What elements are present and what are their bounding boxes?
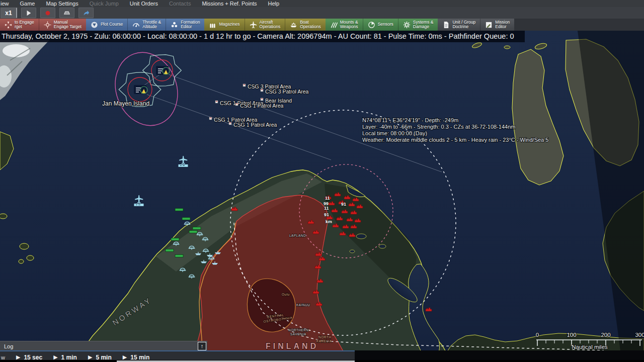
formation-icon bbox=[171, 21, 178, 29]
friendly-facility[interactable] bbox=[182, 218, 190, 220]
map-label-oulu: Oulu bbox=[282, 293, 290, 296]
menu-item-iew[interactable]: iew bbox=[0, 0, 15, 7]
map-label-savonia: SAVONIA bbox=[290, 332, 306, 336]
cursor-info-line: Weather: Moderate middle clouds 2 - 5 km… bbox=[362, 137, 548, 143]
replay-icon bbox=[63, 10, 70, 17]
toolbar-group-blue: Plot CourseThrottle &AltitudeFormationEd… bbox=[86, 19, 205, 31]
play-icon bbox=[25, 10, 32, 17]
mounts-weapons-icon bbox=[330, 21, 338, 29]
systems-damage-button[interactable]: Systems &Damage bbox=[398, 19, 438, 31]
time-bar-prefix: w bbox=[0, 354, 5, 360]
boat-operations-button[interactable]: BoatOperations bbox=[285, 19, 326, 31]
formation-editor-button[interactable]: FormationEditor bbox=[166, 19, 204, 31]
quick-toolbar: x1 bbox=[0, 7, 644, 19]
scale-unit-label: Nautical miles bbox=[572, 344, 608, 350]
unit-group-doctrine-button[interactable]: Unit / GroupDoctrine bbox=[438, 19, 480, 31]
jump-button[interactable] bbox=[78, 8, 94, 18]
toolbar-button-label: BoatOperations bbox=[300, 20, 321, 30]
sensors-button[interactable]: Sensors bbox=[363, 19, 398, 31]
reference-point-marker[interactable] bbox=[235, 103, 238, 106]
plot-course-icon bbox=[91, 21, 98, 29]
replay-button[interactable] bbox=[59, 8, 74, 18]
map-label-finland: FINLAND bbox=[266, 342, 318, 350]
menu-item-map-settings[interactable]: Map Settings bbox=[40, 0, 84, 7]
record-button[interactable] bbox=[40, 8, 55, 18]
cursor-info-line: Layer: -40m to -66m - Strength: 0.3 - CZ… bbox=[362, 124, 515, 130]
unit-count-label: 91 bbox=[324, 212, 329, 217]
to-engage-rget-button[interactable]: to Engagerget bbox=[0, 19, 39, 31]
menu-item-unit-orders[interactable]: Unit Orders bbox=[124, 0, 164, 7]
magazines-button[interactable]: Magazines bbox=[204, 19, 244, 31]
toolbar-button-label: Systems &Damage bbox=[413, 20, 434, 30]
map-label-northern: NORTHERN bbox=[288, 328, 309, 332]
friendly-facility[interactable] bbox=[193, 227, 201, 230]
jump-icon bbox=[83, 10, 90, 17]
toolbar-button-label: to Engagerget bbox=[15, 20, 34, 30]
toolbar-button-label: ManualEngage Target bbox=[54, 20, 82, 30]
unit-count-label: 11 bbox=[324, 206, 329, 211]
svg-text:CSG 3 Patrol Area: CSG 3 Patrol Area bbox=[265, 88, 309, 95]
reference-point-label: CSG 3 Patrol Area bbox=[261, 88, 309, 95]
scale-tick-label: 0 bbox=[536, 332, 539, 338]
map-label-lapland: LAPLAND bbox=[289, 234, 306, 237]
plot-course-button[interactable]: Plot Course bbox=[86, 19, 127, 31]
unit-count-label: km bbox=[326, 219, 332, 224]
record-icon bbox=[44, 10, 51, 17]
boat-ops-icon bbox=[290, 21, 297, 29]
reference-point-marker[interactable] bbox=[229, 122, 231, 125]
doctrine-icon bbox=[442, 21, 450, 29]
reference-point-marker[interactable] bbox=[261, 89, 263, 92]
status-bar: Thursday, October 2, 1975 - Zulu: 06:00:… bbox=[0, 31, 525, 42]
log-expand-button[interactable]: ↑ bbox=[198, 342, 206, 350]
toolbar-group-gray: Unit / GroupDoctrineMissionEditor bbox=[438, 19, 514, 31]
tactical-map[interactable]: 1199119191km CSG 3 Patrol AreaCSG 3 Patr… bbox=[0, 31, 644, 362]
menu-bar: iewGameMap SettingsQuick JumpUnit Orders… bbox=[0, 0, 644, 7]
mounts-weapons-button[interactable]: Mounts &Weapons bbox=[326, 19, 363, 31]
toolbar-group-olive: MagazinesAircraftOperationsBoatOperation… bbox=[204, 19, 325, 31]
manual-engage-target-button[interactable]: ManualEngage Target bbox=[39, 19, 86, 31]
friendly-facility[interactable] bbox=[166, 249, 174, 252]
reference-point-marker[interactable] bbox=[209, 117, 212, 120]
toolbar-button-label: MissionEditor bbox=[495, 20, 510, 30]
toolbar-button-label: Sensors bbox=[378, 22, 393, 27]
throttle-icon bbox=[132, 21, 140, 29]
svg-text:CSG 1 Patrol Area: CSG 1 Patrol Area bbox=[233, 122, 277, 128]
reference-point-label: CSG 1 Patrol Area bbox=[229, 122, 277, 128]
magazines-icon bbox=[209, 21, 216, 29]
reference-point-marker[interactable] bbox=[215, 101, 218, 103]
toolbar-button-label: Throttle &Altitude bbox=[142, 20, 161, 30]
unit-count-label: 91 bbox=[341, 202, 346, 207]
play-button[interactable] bbox=[21, 8, 36, 18]
time-compression-button[interactable]: x1 bbox=[1, 8, 17, 18]
map-label-jan-mayen-island: Jan Mayen Island bbox=[102, 100, 149, 107]
cursor-info-line: N74°08'11", E36°24'19" - Depth: -249m bbox=[362, 117, 458, 123]
systems-damage-icon bbox=[403, 21, 411, 29]
map-label-karelia: KARELIA bbox=[316, 339, 332, 343]
aircraft-ops-icon bbox=[250, 21, 257, 29]
toolbar-group-green: Mounts &WeaponsSensorsSystems &Damage bbox=[326, 19, 438, 31]
friendly-facility[interactable] bbox=[171, 238, 179, 241]
friendly-facility[interactable] bbox=[189, 231, 197, 233]
scale-tick-label: 100 bbox=[567, 332, 576, 338]
aircraft-operations-button[interactable]: AircraftOperations bbox=[245, 19, 285, 31]
log-panel: Log ↑ bbox=[0, 341, 207, 351]
throttle-altitude-button[interactable]: Throttle &Altitude bbox=[127, 19, 166, 31]
toolbar-button-label: Plot Course bbox=[101, 22, 123, 27]
menu-item-game[interactable]: Game bbox=[15, 0, 41, 7]
toolbar-group-red: to EngagergetManualEngage Target bbox=[0, 19, 86, 31]
mission-editor-button[interactable]: MissionEditor bbox=[480, 19, 514, 31]
friendly-facility[interactable] bbox=[175, 209, 183, 211]
friendly-facility[interactable] bbox=[175, 255, 183, 257]
map-label-kainuu: KAINUU bbox=[296, 303, 310, 307]
menu-item-contacts: Contacts bbox=[164, 0, 196, 7]
log-panel-title: Log bbox=[0, 343, 198, 349]
app-window: 1199119191km CSG 3 Patrol AreaCSG 3 Patr… bbox=[0, 0, 644, 362]
reference-point-marker[interactable] bbox=[243, 84, 246, 86]
toolbar-button-label: Magazines bbox=[219, 22, 239, 27]
reference-point-marker[interactable] bbox=[261, 98, 263, 101]
scale-tick-label: 300 bbox=[635, 332, 644, 338]
menu-item-missions-ref-points[interactable]: Missions + Ref. Points bbox=[196, 0, 262, 7]
menu-item-quick-jump: Quick Jump bbox=[84, 0, 124, 7]
menu-item-help[interactable]: Help bbox=[263, 0, 285, 7]
toolbar-button-label: AircraftOperations bbox=[260, 20, 281, 30]
